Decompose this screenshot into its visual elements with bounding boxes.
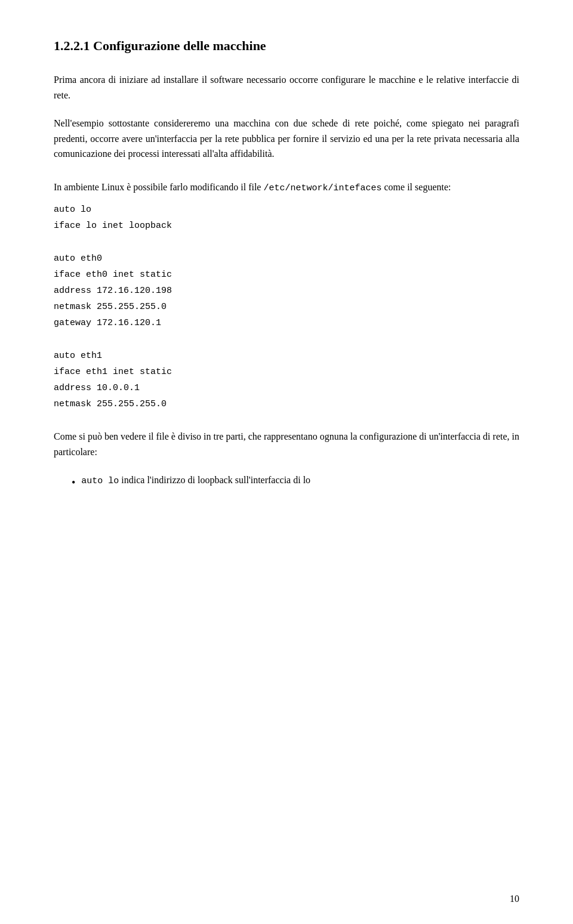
conclusion-block: Come si può ben vedere il file è diviso …: [54, 429, 519, 459]
code-block-3: auto eth1 iface eth1 inet static address…: [54, 348, 519, 412]
page-number: 10: [510, 892, 519, 906]
linux-intro-text: In ambiente Linux è possibile farlo modi…: [54, 180, 519, 196]
code-line-2-5: gateway 172.16.120.1: [54, 315, 519, 331]
code-block-2-content: auto eth0 iface eth0 inet static address…: [54, 251, 519, 331]
code-line-1-1: auto lo: [54, 202, 519, 218]
conclusion-text: Come si può ben vedere il file è diviso …: [54, 429, 519, 459]
linux-filename: /etc/network/intefaces: [263, 183, 381, 193]
code-line-2-1: auto eth0: [54, 251, 519, 267]
code-line-3-4: netmask 255.255.255.0: [54, 396, 519, 412]
code-block-1: auto lo iface lo inet loopback: [54, 202, 519, 234]
code-line-2-2: iface eth0 inet static: [54, 267, 519, 283]
bullet-list: • auto lo indica l'indirizzo di loopback…: [72, 472, 519, 492]
code-line-1-2: iface lo inet loopback: [54, 218, 519, 234]
code-line-3-3: address 10.0.0.1: [54, 380, 519, 396]
bullet-dot-icon: •: [72, 474, 75, 492]
linux-intro-prefix: In ambiente Linux è possibile farlo modi…: [54, 182, 261, 192]
code-block-3-content: auto eth1 iface eth1 inet static address…: [54, 348, 519, 412]
paragraph-1-text: Prima ancora di iniziare ad installare i…: [54, 72, 519, 103]
bullet-description: indica l'indirizzo di loopback sull'inte…: [119, 475, 310, 485]
section-title: 1.2.2.1 Configurazione delle macchine: [54, 36, 519, 55]
list-item: • auto lo indica l'indirizzo di loopback…: [72, 472, 519, 492]
paragraph-1: Prima ancora di iniziare ad installare i…: [54, 72, 519, 103]
bullet-code: auto lo: [81, 476, 119, 486]
paragraph-2: Nell'esempio sottostante considereremo u…: [54, 116, 519, 162]
linux-intro-block: In ambiente Linux è possibile farlo modi…: [54, 180, 519, 196]
bullet-item-text: auto lo indica l'indirizzo di loopback s…: [81, 472, 310, 489]
code-line-3-2: iface eth1 inet static: [54, 364, 519, 380]
code-line-2-3: address 172.16.120.198: [54, 283, 519, 299]
linux-intro-suffix: come il seguente:: [382, 182, 451, 192]
paragraph-2-text: Nell'esempio sottostante considereremo u…: [54, 116, 519, 162]
code-block-1-content: auto lo iface lo inet loopback: [54, 202, 519, 234]
code-line-2-4: netmask 255.255.255.0: [54, 299, 519, 315]
page: 1.2.2.1 Configurazione delle macchine Pr…: [0, 0, 573, 924]
code-block-2: auto eth0 iface eth0 inet static address…: [54, 251, 519, 331]
code-line-3-1: auto eth1: [54, 348, 519, 364]
